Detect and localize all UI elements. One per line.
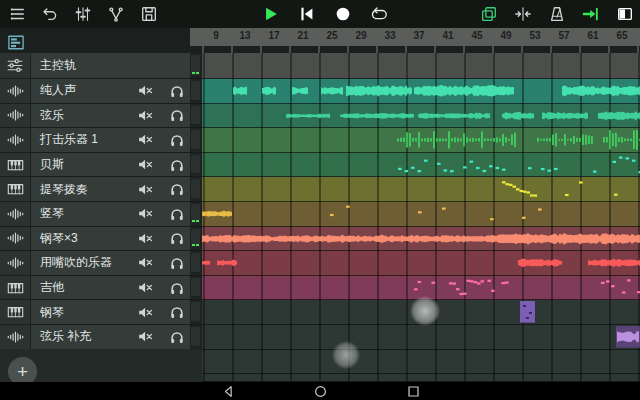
track-meter [190, 53, 202, 79]
headphones-icon[interactable] [166, 153, 188, 177]
headphones-icon[interactable] [166, 300, 188, 324]
mute-icon[interactable] [134, 104, 156, 128]
record-icon[interactable] [334, 5, 352, 23]
audio-track-icon [0, 128, 31, 152]
track-header-7[interactable]: 钢琴×3 [0, 227, 190, 252]
meter-lights [192, 72, 199, 74]
track-label: 弦乐 [40, 107, 64, 124]
track-lane-3[interactable] [202, 128, 640, 153]
mute-icon[interactable] [134, 202, 156, 226]
copy-clips-icon[interactable] [480, 5, 498, 23]
track-lane-9[interactable] [202, 276, 640, 301]
loop-icon[interactable] [370, 5, 388, 23]
track-lane-6[interactable] [202, 202, 640, 227]
track-header-2[interactable]: 弦乐 [0, 104, 190, 129]
empty-lane-row[interactable] [202, 374, 640, 382]
mixer-icon[interactable] [74, 5, 92, 23]
audio-track-icon [0, 325, 31, 349]
track-header-8[interactable]: 用嘴吹的乐器 [0, 251, 190, 276]
track-header-9[interactable]: 吉他 [0, 276, 190, 301]
track-label: 弦乐 补充 [40, 328, 91, 345]
track-lane-1[interactable] [202, 79, 640, 104]
mute-icon[interactable] [134, 128, 156, 152]
track-header-1[interactable]: 纯人声 [0, 79, 190, 104]
ruler-number: 29 [346, 30, 376, 41]
mute-icon[interactable] [134, 177, 156, 201]
track-lane-4[interactable] [202, 153, 640, 178]
follow-playhead-icon[interactable] [582, 5, 600, 23]
ruler-number: 17 [259, 30, 289, 41]
track-lane-8[interactable] [202, 251, 640, 276]
ruler-number: 33 [375, 30, 405, 41]
track-header-list: 主控轨纯人声弦乐打击乐器 1贝斯提琴拨奏竖琴钢琴×3用嘴吹的乐器吉他钢琴弦乐 补… [0, 53, 190, 350]
track-lane-5[interactable] [202, 177, 640, 202]
track-label: 纯人声 [40, 82, 76, 99]
home-icon[interactable] [312, 383, 328, 399]
mute-icon[interactable] [134, 325, 156, 349]
save-icon[interactable] [140, 5, 158, 23]
meter-lights [192, 220, 199, 222]
mute-icon[interactable] [134, 153, 156, 177]
track-label: 用嘴吹的乐器 [40, 254, 112, 271]
track-header-10[interactable]: 钢琴 [0, 300, 190, 325]
timeline-ruler[interactable]: 91317212529333741454953576165 [190, 28, 640, 46]
track-header-0[interactable]: 主控轨 [0, 53, 190, 79]
headphones-icon[interactable] [166, 202, 188, 226]
track-header-6[interactable]: 竖琴 [0, 202, 190, 227]
track-header-11[interactable]: 弦乐 补充 [0, 325, 190, 350]
headphones-icon[interactable] [166, 227, 188, 251]
undo-icon[interactable] [41, 5, 59, 23]
panel-toggle-icon[interactable] [616, 5, 634, 23]
menu-icon[interactable] [8, 5, 26, 23]
headphones-icon[interactable] [166, 251, 188, 275]
track-header-4[interactable]: 贝斯 [0, 153, 190, 178]
track-meter [190, 325, 202, 350]
snap-icon[interactable] [514, 5, 532, 23]
track-label: 提琴拨奏 [40, 181, 88, 198]
lane-clips [202, 325, 640, 349]
daw-app: 91317212529333741454953576165 主控轨纯人声弦乐打击… [0, 0, 640, 400]
mute-icon[interactable] [134, 251, 156, 275]
arrangement-lanes [202, 53, 640, 382]
ruler-number: 49 [491, 30, 521, 41]
plus-icon: + [17, 362, 28, 381]
headphones-icon[interactable] [166, 79, 188, 103]
meter-lights [192, 244, 199, 246]
track-header-5[interactable]: 提琴拨奏 [0, 177, 190, 202]
midi-track-icon [0, 300, 31, 324]
track-meter [190, 79, 202, 104]
empty-lane-row[interactable] [202, 350, 640, 375]
headphones-icon[interactable] [166, 177, 188, 201]
metronome-icon[interactable] [548, 5, 566, 23]
track-label: 竖琴 [40, 205, 64, 222]
headphones-icon[interactable] [166, 104, 188, 128]
headphones-icon[interactable] [166, 325, 188, 349]
mute-icon[interactable] [134, 79, 156, 103]
track-meter [190, 276, 202, 301]
tracks-view-icon[interactable] [8, 35, 24, 50]
ruler-number: 41 [433, 30, 463, 41]
lane-clips [202, 79, 640, 103]
mute-icon[interactable] [134, 300, 156, 324]
lane-clips [202, 153, 640, 177]
track-lane-10[interactable] [202, 300, 640, 325]
timeline-ticks [190, 46, 640, 53]
ruler-number: 53 [520, 30, 550, 41]
track-label: 吉他 [40, 279, 64, 296]
mute-icon[interactable] [134, 276, 156, 300]
track-lane-7[interactable] [202, 227, 640, 252]
track-lane-0[interactable] [202, 53, 640, 79]
headphones-icon[interactable] [166, 276, 188, 300]
track-label: 打击乐器 1 [40, 131, 98, 148]
track-lane-11[interactable] [202, 325, 640, 350]
recents-icon[interactable] [405, 383, 421, 399]
play-icon[interactable] [262, 5, 280, 23]
track-header-3[interactable]: 打击乐器 1 [0, 128, 190, 153]
lane-clips [202, 202, 640, 226]
back-icon[interactable] [220, 383, 236, 399]
headphones-icon[interactable] [166, 128, 188, 152]
mute-icon[interactable] [134, 227, 156, 251]
track-lane-2[interactable] [202, 104, 640, 129]
flex-tool-icon[interactable] [107, 5, 125, 23]
skip-to-start-icon[interactable] [298, 5, 316, 23]
